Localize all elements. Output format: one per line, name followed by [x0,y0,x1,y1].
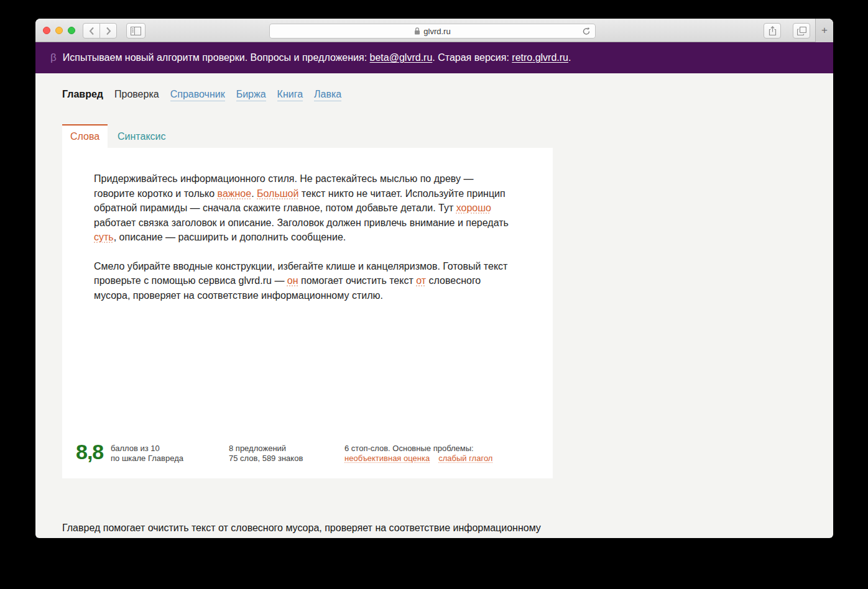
editor-text: , описание — расширить и дополнить сообщ… [114,232,346,242]
forward-button[interactable] [99,23,117,39]
editor-text: работает связка заголовок и описание. За… [94,217,509,228]
reload-button[interactable] [582,27,591,36]
share-button[interactable] [764,23,781,39]
nav-item-lavka[interactable]: Лавка [314,89,341,101]
beta-banner: βИспытываем новый алгоритм проверки. Воп… [35,42,833,73]
editor-text: помогает очистить текст [298,275,417,286]
banner-text-after: . [568,52,571,63]
word-char-count: 75 слов, 589 знаков [229,454,303,463]
problems-column: 6 стоп-слов. Основные проблемы: необъект… [344,444,501,463]
history-buttons [83,23,117,39]
traffic-lights [43,27,75,34]
sidebar-icon [131,27,141,35]
back-button[interactable] [83,23,100,39]
chevron-right-icon [106,27,111,35]
chevron-left-icon [89,27,95,35]
browser-titlebar: glvrd.ru [35,19,833,42]
stopwords-summary: 6 стоп-слов. Основные проблемы: [344,444,501,454]
banner-old-version-link[interactable]: retro.glvrd.ru [512,52,568,63]
stats-bar: 8,8 баллов из 10 по шкале Главреда 8 пре… [76,442,539,463]
url-text: glvrd.ru [423,27,450,36]
banner-text-middle: . Старая версия: [432,52,512,63]
tabs-overview-icon [797,27,806,35]
minimize-window-button[interactable] [55,27,63,34]
screen-background: { "browser": { "url": "glvrd.ru", "new_t… [0,0,868,589]
plus-icon: + [821,24,828,37]
nav-item-kniga[interactable]: Книга [277,89,303,101]
problem-links: необъективная оценкаслабый глагол [344,454,501,463]
tab-words[interactable]: Слова [62,124,108,148]
editor-text: . [251,188,257,199]
address-bar[interactable]: glvrd.ru [269,24,596,39]
score-caption: баллов из 10 по шкале Главреда [111,444,183,463]
banner-email-link[interactable]: beta@glvrd.ru [370,52,433,63]
score-caption-line1: баллов из 10 [111,444,183,454]
nav-item-spravochnik[interactable]: Справочник [170,89,225,101]
nav-item-proverka[interactable]: Проверка [114,89,159,100]
stop-word-highlight[interactable]: он [287,275,298,286]
sentence-count: 8 предложений [229,444,303,454]
browser-window: glvrd.ru [35,19,833,538]
stop-word-highlight[interactable]: от [416,275,426,286]
score-caption-line2: по шкале Главреда [111,454,183,463]
lock-icon [414,27,420,35]
brand-glavred: Главред [62,89,103,100]
stop-word-highlight[interactable]: важное [218,188,252,199]
editor-card: Придерживайтесь информационного стиля. Н… [62,148,553,478]
sidebar-button[interactable] [126,23,145,39]
stop-word-highlight[interactable]: Большой [257,188,298,199]
text-editor[interactable]: Придерживайтесь информационного стиля. Н… [62,148,553,303]
editor-paragraph: Придерживайтесь информационного стиля. Н… [94,171,515,245]
site-navigation: Главред Проверка Справочник Биржа Книга … [62,89,341,101]
share-icon [769,26,777,36]
show-all-tabs-button[interactable] [793,23,810,39]
editor-paragraph: Смело убирайте вводные конструкции, избе… [94,259,515,303]
footer-line1: Главред помогает очистить текст от слове… [62,521,541,536]
problem-link[interactable]: слабый глагол [438,454,492,463]
banner-text: Испытываем новый алгоритм проверки. Вопр… [63,52,370,63]
counts-column: 8 предложений 75 слов, 589 знаков [229,444,303,463]
new-tab-button[interactable]: + [815,19,833,42]
problem-link[interactable]: необъективная оценка [344,454,430,463]
mode-tabs: Слова Синтаксис [62,124,166,148]
beta-icon: β [50,52,57,64]
score-value: 8,8 [76,440,103,464]
tab-syntax[interactable]: Синтаксис [118,124,166,148]
stop-word-highlight[interactable]: хорошо [456,203,491,213]
zoom-window-button[interactable] [68,27,75,34]
page-footer: Главред помогает очистить текст от слове… [62,521,541,538]
page-content: Главред Проверка Справочник Биржа Книга … [35,73,833,538]
footer-line2-clipped: стилю. Вам поможет справочник Бюро Горбу… [62,536,541,538]
close-window-button[interactable] [43,27,50,34]
stop-word-highlight[interactable]: суть [94,232,114,242]
nav-item-birzha[interactable]: Биржа [236,89,266,101]
